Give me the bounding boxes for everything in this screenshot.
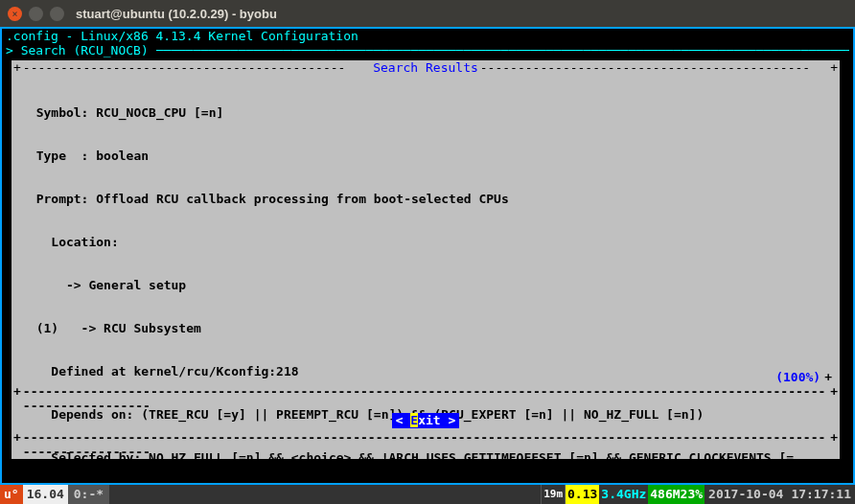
border-corner: + <box>12 384 23 413</box>
type-line: Type : boolean <box>21 149 830 163</box>
border-dashes: ----------------------------------------… <box>23 384 828 413</box>
window-controls: × <box>8 7 64 21</box>
exit-button[interactable]: < Exit > <box>392 413 460 428</box>
terminal-area: .config - Linux/x86 4.13.4 Kernel Config… <box>0 27 855 485</box>
border-corner: + <box>820 370 832 384</box>
border-corner: + <box>828 384 840 413</box>
rcu-subsystem-line[interactable]: (1) -> RCU Subsystem <box>21 321 830 335</box>
border-dashes: ----------------------------------------… <box>480 60 828 75</box>
dialog-top-border: + --------------------------------------… <box>12 60 840 75</box>
maximize-icon[interactable] <box>50 7 64 21</box>
separator-line: + --------------------------------------… <box>12 384 840 413</box>
prompt-line: Prompt: Offload RCU callback processing … <box>21 192 830 206</box>
config-header: .config - Linux/x86 4.13.4 Kernel Config… <box>2 29 853 43</box>
bottom-border: + --------------------------------------… <box>12 430 840 459</box>
search-results-dialog: + --------------------------------------… <box>12 60 840 459</box>
exit-pre: < <box>396 413 411 427</box>
symbol-line: Symbol: RCU_NOCB_CPU [=n] <box>21 105 830 120</box>
breadcrumb-line: > Search (RCU_NOCB) ────────────────────… <box>2 43 853 57</box>
exit-button-row: < Exit > <box>12 413 840 430</box>
dialog-title: Search Results <box>371 60 480 75</box>
exit-post: xit > <box>418 413 455 427</box>
border-corner: + <box>12 430 23 459</box>
dialog-footer: (100%) + + -----------------------------… <box>12 370 840 459</box>
breadcrumb-text: > Search (RCU_NOCB) <box>6 43 156 57</box>
minimize-icon[interactable] <box>29 7 43 21</box>
percent-line: (100%) + <box>12 370 840 384</box>
close-icon[interactable]: × <box>8 7 22 21</box>
terminal-inner: .config - Linux/x86 4.13.4 Kernel Config… <box>2 29 853 483</box>
border-corner: + <box>828 60 840 75</box>
general-setup-line: -> General setup <box>21 278 830 292</box>
border-dashes: ----------------------------------------… <box>23 430 828 459</box>
border-corner: + <box>12 60 23 75</box>
border-dashes: ────────────────────────────────────────… <box>156 43 849 57</box>
window-titlebar: × stuart@ubuntu (10.2.0.29) - byobu <box>0 0 855 27</box>
scroll-percent: (100%) <box>775 370 820 384</box>
border-dashes: ----------------------------------------… <box>23 60 371 75</box>
location-line: Location: <box>21 235 830 249</box>
border-corner: + <box>828 430 840 459</box>
window-title: stuart@ubuntu (10.2.0.29) - byobu <box>76 7 277 21</box>
exit-hotkey: E <box>410 413 418 427</box>
